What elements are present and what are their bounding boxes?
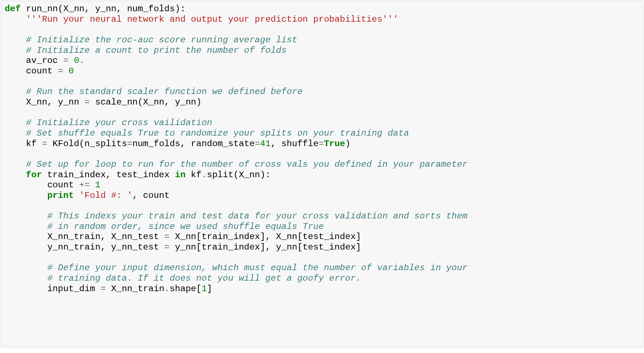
code-text: kf xyxy=(186,170,202,180)
code-text: X_nn, y_nn xyxy=(26,97,85,107)
string-literal: 'Fold #: ' xyxy=(79,191,132,200)
operator: = xyxy=(101,284,106,294)
code-text: kf xyxy=(26,139,42,149)
comment: # in random order, since we used shuffle… xyxy=(47,222,324,231)
code-text: av_roc xyxy=(26,56,63,65)
keyword-def: def xyxy=(5,4,26,14)
code-text: X_nn[train_index], X_nn[test_index] xyxy=(170,232,361,242)
code-text xyxy=(68,56,74,65)
operator: = xyxy=(255,139,260,149)
operator: = xyxy=(63,56,69,65)
number: 1 xyxy=(202,284,207,294)
comment: # Initialize the roc-auc score running a… xyxy=(26,35,297,45)
code-text xyxy=(90,180,95,190)
code-text: KFold(n_splits xyxy=(47,139,127,149)
operator: . xyxy=(79,56,85,65)
operator: . xyxy=(164,284,170,294)
operator: += xyxy=(79,180,90,190)
code-text: shape[ xyxy=(170,284,202,294)
code-text: y_nn[train_index], y_nn[test_index] xyxy=(170,242,361,252)
code-text: ) xyxy=(345,139,351,149)
comment: # This indexs your train and test data f… xyxy=(47,211,468,221)
comment: # Run the standard scaler function we de… xyxy=(26,87,303,97)
comment: # Initialize your cross vailidation xyxy=(26,118,212,128)
function-signature: run_nn(X_nn, y_nn, num_folds): xyxy=(26,4,186,14)
operator: = xyxy=(164,232,170,242)
docstring: '''Run your neural network and output yo… xyxy=(26,14,398,24)
operator: = xyxy=(164,242,170,252)
operator: . xyxy=(202,170,207,180)
operator: = xyxy=(42,139,47,149)
code-text xyxy=(63,66,69,76)
code-text: input_dim xyxy=(47,284,101,294)
number: 0 xyxy=(74,56,79,65)
number: 41 xyxy=(260,139,271,149)
code-text: train_index, test_index xyxy=(42,170,175,180)
comment: # Set up for loop to run for the number … xyxy=(26,160,467,169)
comment: # training data. If it does not you will… xyxy=(47,273,361,283)
code-text: y_nn_train, y_nn_test xyxy=(47,242,164,252)
code-text xyxy=(74,191,79,200)
comment: # Set shuffle equals True to randomize y… xyxy=(26,128,409,138)
code-text: split(X_nn): xyxy=(207,170,271,180)
code-block: def run_nn(X_nn, y_nn, num_folds): '''Ru… xyxy=(1,1,643,347)
code-text: ] xyxy=(207,284,212,294)
keyword-true: True xyxy=(324,139,345,149)
code-text: num_folds, random_state xyxy=(132,139,255,149)
keyword-print: print xyxy=(47,191,74,200)
operator: = xyxy=(127,139,132,149)
comment: # Define your input dimension, which mus… xyxy=(47,263,468,273)
operator: = xyxy=(85,97,90,107)
code-text: X_nn_train, X_nn_test xyxy=(47,232,164,242)
code-text: X_nn_train xyxy=(106,284,164,294)
operator: = xyxy=(58,66,63,76)
number: 1 xyxy=(95,180,101,190)
comment: # Initialize a count to print the number… xyxy=(26,46,287,55)
code-text: , shuffle xyxy=(271,139,318,149)
code-text: count xyxy=(47,180,79,190)
keyword-in: in xyxy=(175,170,185,180)
code-text: , count xyxy=(132,191,170,200)
keyword-for: for xyxy=(26,170,42,180)
code-text: count xyxy=(26,66,58,76)
operator: = xyxy=(318,139,324,149)
number: 0 xyxy=(68,66,74,76)
code-text: scale_nn(X_nn, y_nn) xyxy=(90,97,202,107)
